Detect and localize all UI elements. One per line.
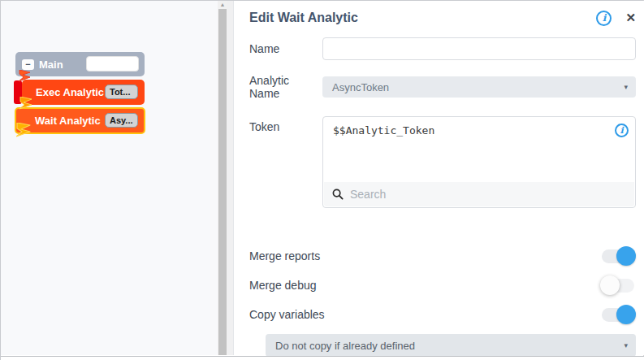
panel-header: Edit Wait Analytic i ✕: [249, 9, 636, 27]
toggle-knob: [616, 246, 636, 266]
vertical-scrollbar[interactable]: ▲: [218, 1, 227, 355]
copy-variables-row: Copy variables: [249, 305, 636, 324]
block-wait-label: Wait Analytic: [35, 115, 101, 127]
bottom-edge-strip: [1, 356, 644, 360]
scrollbar-thumb[interactable]: [218, 9, 227, 355]
block-exec-label: Exec Analytic: [36, 86, 104, 98]
search-input[interactable]: Search: [350, 188, 386, 201]
copy-variables-toggle[interactable]: [602, 308, 634, 322]
analytic-name-selected-value: AsyncToken: [332, 81, 389, 93]
search-icon: [332, 189, 344, 200]
block-main[interactable]: − Main: [15, 52, 145, 76]
connector-zigzag-icon: [19, 97, 33, 110]
copy-variables-label: Copy variables: [249, 308, 602, 321]
name-field-row: Name: [249, 37, 636, 60]
copy-mode-selected-value: Do not copy if already defined: [275, 340, 415, 352]
close-icon[interactable]: ✕: [625, 11, 636, 25]
name-label: Name: [249, 42, 322, 55]
connector-zigzag-icon: [19, 70, 32, 82]
info-icon[interactable]: i: [596, 11, 612, 26]
token-search-row[interactable]: Search: [324, 182, 634, 206]
workflow-canvas[interactable]: − Main Exec Analytic Tot... Wait Analyti…: [1, 1, 218, 355]
merge-reports-row: Merge reports: [249, 246, 636, 266]
copy-mode-select[interactable]: Do not copy if already defined ▾: [266, 334, 636, 357]
token-info-icon[interactable]: i: [615, 124, 629, 137]
chevron-down-icon: ▾: [624, 341, 628, 349]
merge-reports-toggle[interactable]: [602, 249, 634, 263]
toggle-knob: [600, 275, 620, 295]
block-exec-analytic[interactable]: Exec Analytic Tot...: [22, 80, 145, 105]
copy-mode-row: Do not copy if already defined ▾: [249, 334, 636, 357]
merge-reports-label: Merge reports: [249, 249, 602, 262]
block-wait-analytic[interactable]: Wait Analytic Asy...: [15, 107, 145, 134]
merge-debug-label: Merge debug: [249, 279, 602, 292]
analytic-name-select[interactable]: AsyncToken ▾: [322, 76, 636, 98]
edit-wait-analytic-panel: Edit Wait Analytic i ✕ Name Analytic Nam…: [233, 1, 644, 355]
merge-debug-toggle[interactable]: [602, 279, 634, 293]
token-editor[interactable]: $$Analytic_Token i Search: [322, 116, 636, 208]
block-exec-value-button[interactable]: Tot...: [105, 85, 138, 99]
block-wait-value-button[interactable]: Asy...: [105, 113, 138, 128]
analytic-name-label: Analytic Name: [249, 74, 322, 100]
app-window: − Main Exec Analytic Tot... Wait Analyti…: [0, 0, 644, 360]
collapse-block-button[interactable]: −: [22, 59, 34, 70]
block-main-label: Main: [39, 59, 63, 71]
token-field-row: Token $$Analytic_Token i Search: [249, 116, 636, 208]
analytic-name-field-row: Analytic Name AsyncToken ▾: [249, 74, 636, 100]
block-main-field[interactable]: [86, 56, 139, 72]
name-input[interactable]: [322, 37, 636, 60]
chevron-down-icon: ▾: [624, 83, 628, 91]
scroll-up-arrow-icon[interactable]: ▲: [218, 1, 227, 9]
toggle-knob: [616, 305, 636, 324]
panel-title: Edit Wait Analytic: [249, 11, 596, 25]
panel-divider: [227, 1, 233, 355]
merge-debug-row: Merge debug: [249, 275, 636, 295]
token-label: Token: [249, 116, 322, 133]
connector-zigzag-icon: [16, 123, 32, 137]
token-value[interactable]: $$Analytic_Token: [323, 117, 635, 137]
